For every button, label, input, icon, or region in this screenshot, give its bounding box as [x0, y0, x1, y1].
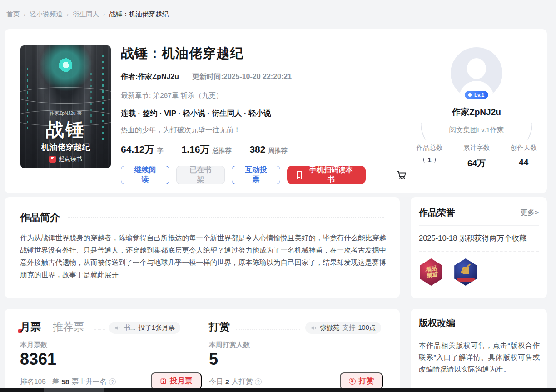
author-update-line: 作者:作家ZpNJ2u 更新时间:2025-10-20 22:20:21 — [121, 72, 407, 82]
divider — [419, 335, 539, 335]
badge-fist-pen-medal[interactable] — [453, 258, 478, 286]
cover-brand-text: 起点读书 — [59, 155, 82, 163]
author-stat-works: 作品总数 1 — [406, 144, 453, 169]
speaker-icon — [114, 325, 121, 331]
phone-icon — [297, 171, 302, 179]
monthly-count-label: 本月票数 — [20, 341, 47, 349]
interactive-vote-button[interactable]: 互动投票 — [232, 166, 280, 184]
page-bottom-bar-segment — [44, 388, 104, 392]
book-tagline: 热血的少年，为打破次元壁一往无前！ — [121, 125, 407, 135]
book-detail-page: 首页 › 轻小说频道 › 衍生同人 › 战锤：机油佬穿越纪 作家ZpNJ2u 著… — [0, 0, 556, 392]
latest-chapter-link[interactable]: 第287章 斩杀（九更） — [153, 91, 223, 99]
breadcrumb-category[interactable]: 衍生同人 — [73, 10, 99, 19]
cover-author-credit: 作家ZpNJ2u 著 — [20, 110, 111, 117]
breadcrumb-current-book: 战锤：机油佬穿越纪 — [109, 10, 169, 19]
monthly-count: 8361 — [20, 350, 56, 369]
breadcrumb-separator: › — [103, 11, 105, 18]
honor-item: 2025-10-18 累积获得两万个收藏 — [419, 233, 527, 243]
avatar-silhouette — [467, 58, 486, 79]
stat-total-recommend: 1.16万 总推荐 — [182, 143, 232, 156]
mini-laurel-icon — [433, 157, 436, 163]
page-title: 战锤：机油佬穿越纪 — [121, 45, 407, 63]
reward-count: 5 — [209, 350, 218, 369]
action-buttons: 继续阅读 已在书架 互动投票 手机扫码读本书 — [121, 166, 407, 184]
honors-heading: 作品荣誉 — [419, 207, 455, 219]
yen-icon: ¥ — [349, 378, 356, 385]
vote-monthly-button[interactable]: 投月票 — [151, 372, 202, 390]
tab-recommend-ticket[interactable]: 推荐票 — [53, 320, 84, 334]
breadcrumb-separator: › — [24, 11, 25, 18]
author-link[interactable]: 作家ZpNJ2u — [138, 73, 179, 80]
book-stats: 64.12万 字 1.16万 总推荐 382 周推荐 — [121, 143, 407, 156]
reward-heading: 打赏 — [209, 320, 230, 334]
speaker-icon — [311, 325, 317, 331]
author-card-name[interactable]: 作家ZpNJ2u — [406, 106, 547, 118]
cover-title: 战锤 — [20, 117, 111, 142]
breadcrumb-channel[interactable]: 轻小说频道 — [30, 10, 63, 19]
author-stat-words: 累计字数 64万 — [453, 144, 500, 169]
book-info: 战锤：机油佬穿越纪 作者:作家ZpNJ2u 更新时间:2025-10-20 22… — [121, 45, 407, 184]
monthly-vote-notice: 书... 投了1张月票 — [109, 322, 180, 334]
votes-reward-card: 月票 推荐票 书... 投了1张月票 本月票数 8361 排名105 · 差 5… — [5, 309, 400, 392]
reward-button[interactable]: ¥ 打赏 — [340, 372, 383, 390]
honors-card: 作品荣誉 更多> 2025-10-18 累积获得两万个收藏 精品频道 — [411, 197, 547, 298]
dotted-divider — [68, 217, 384, 218]
honor-badges: 精品频道 — [419, 258, 478, 286]
stat-wordcount: 64.12万 字 — [121, 143, 164, 156]
breadcrumb-separator: › — [67, 11, 69, 18]
honors-more-link[interactable]: 更多> — [521, 208, 539, 218]
intro-heading: 作品简介 — [20, 211, 60, 224]
cart-icon[interactable] — [396, 169, 407, 180]
intro-header: 作品简介 — [20, 211, 384, 224]
breadcrumb-home[interactable]: 首页 — [6, 10, 20, 19]
cover-brand: 起点读书 — [20, 155, 111, 163]
divider — [419, 225, 539, 226]
author-stats: 作品总数 1 累计字数 64万 创作天数 44 — [406, 144, 547, 169]
in-bookshelf-button[interactable]: 已在书架 — [176, 166, 225, 184]
update-time: 更新时间:2025-10-20 22:20:21 — [192, 73, 292, 80]
reward-notice: 弥撒苑 支持 100点 — [305, 322, 381, 334]
copyright-heading: 版权改编 — [419, 317, 455, 329]
author-level-badge: Lv.1 — [465, 91, 488, 99]
today-reward-line: 今日 2 人打赏 ? — [209, 377, 262, 387]
intro-text: 作为从战锤世界脱身的穿越者，陈瑜觉得自己所抵达的每一个新世界都是令人心情愉悦且美… — [20, 232, 386, 281]
tab-monthly-ticket[interactable]: 月票 — [20, 320, 41, 334]
dotted-lead — [236, 329, 300, 330]
book-info-card: 作家ZpNJ2u 著 战锤 机油佬穿越纪 起点读书 战锤：机油佬穿越纪 作者:作… — [5, 29, 547, 193]
latest-chapter-label: 最新章节: — [121, 91, 151, 99]
author-label: 作者: — [121, 73, 138, 80]
copyright-text: 本作品相关版权可售，点击“版权合作联系”入口了解详情。具体版权可售或改编情况请以… — [419, 340, 540, 375]
continue-reading-button[interactable]: 继续阅读 — [121, 166, 169, 184]
ticket-icon — [160, 378, 167, 385]
author-card-title: 阅文集团Lv.1作家 — [406, 125, 547, 135]
author-panel: Lv.1 作家ZpNJ2u 阅文集团Lv.1作家 作品总数 1 累计字数 64万 — [406, 29, 547, 193]
page-bottom-bar — [0, 388, 556, 392]
breadcrumb: 首页 › 轻小说频道 › 衍生同人 › 战锤：机油佬穿越纪 — [6, 10, 169, 19]
book-cover: 作家ZpNJ2u 著 战锤 机油佬穿越纪 起点读书 — [20, 45, 111, 168]
rank-line: 排名105 · 差 58 票上升一名 ? — [20, 377, 116, 387]
intro-card: 作品简介 作为从战锤世界脱身的穿越者，陈瑜觉得自己所抵达的每一个新世界都是令人心… — [5, 197, 400, 298]
stat-week-recommend: 382 周推荐 — [249, 144, 287, 155]
mini-laurel-icon — [423, 157, 426, 163]
cover-subtitle: 机油佬穿越纪 — [20, 142, 111, 153]
qidian-logo-icon — [49, 156, 56, 163]
dashed-lead — [94, 329, 105, 330]
cover-ring-decoration — [20, 87, 111, 104]
help-icon[interactable]: ? — [255, 378, 262, 385]
badge-ribbon — [457, 278, 475, 282]
author-stat-days: 创作天数 44 — [500, 144, 547, 169]
honors-header: 作品荣誉 更多> — [419, 207, 539, 219]
dashed-divider — [419, 251, 539, 252]
copyright-card: 版权改编 本作品相关版权可售，点击“版权合作联系”入口了解详情。具体版权可售或改… — [411, 309, 547, 392]
qr-read-button[interactable]: 手机扫码读本书 — [287, 166, 366, 184]
badge-premium-channel[interactable]: 精品频道 — [419, 258, 443, 286]
book-tags: 连载 · 签约 · VIP · 轻小说 · 衍生同人 · 轻小说 — [121, 109, 407, 119]
vote-tabs: 月票 推荐票 — [20, 320, 84, 334]
latest-chapter-line: 最新章节: 第287章 斩杀（九更） — [121, 91, 407, 100]
help-icon[interactable]: ? — [109, 378, 116, 385]
reward-count-label: 本周打赏人数 — [209, 341, 250, 349]
